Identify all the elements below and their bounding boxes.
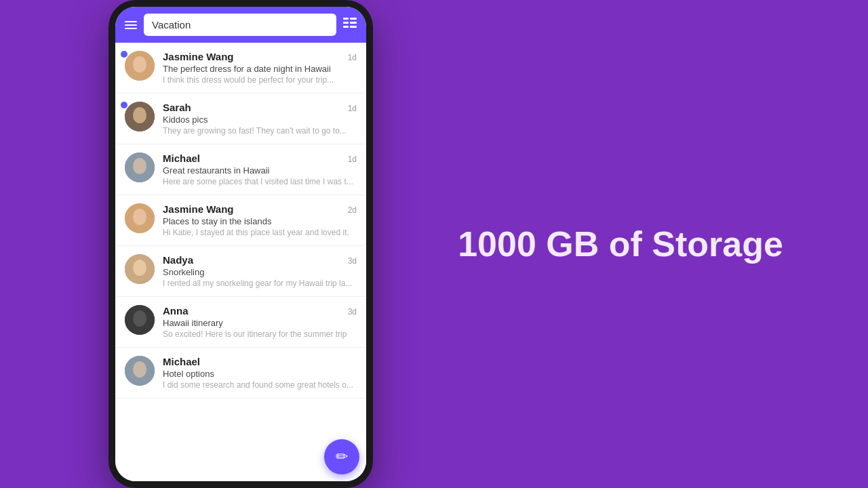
- svg-point-17: [133, 310, 146, 327]
- email-time: 3d: [348, 307, 357, 317]
- email-header-row: Jasmine Wang1d: [163, 51, 357, 62]
- phone-frame: Jasmine Wang1dThe perfect dress for a da…: [108, 0, 373, 488]
- sender-name: Anna: [163, 305, 189, 317]
- email-list-item[interactable]: Sarah1dKiddos picsThey are growing so fa…: [115, 94, 366, 144]
- storage-headline: 1000 GB of Storage: [458, 223, 783, 265]
- email-preview: So excited! Here is our itinerary for th…: [163, 329, 357, 339]
- unread-dot: [121, 51, 127, 58]
- email-content: Anna3dHawaii itinerarySo excited! Here i…: [163, 305, 357, 339]
- avatar-wrapper: [125, 305, 155, 335]
- email-subject: The perfect dress for a date night in Ha…: [163, 64, 357, 74]
- email-time: 2d: [348, 205, 357, 215]
- avatar: [125, 203, 155, 233]
- list-view-icon[interactable]: [343, 16, 357, 33]
- search-input-wrapper[interactable]: [144, 14, 336, 36]
- email-time: 1d: [348, 155, 357, 164]
- email-time: 3d: [348, 256, 357, 266]
- sender-name: Jasmine Wang: [163, 51, 233, 62]
- email-list: Jasmine Wang1dThe perfect dress for a da…: [115, 43, 366, 481]
- email-subject: Snorkeling: [163, 267, 357, 277]
- email-header-row: Anna3d: [163, 305, 357, 317]
- svg-point-13: [133, 209, 146, 225]
- email-time: 1d: [348, 53, 357, 62]
- email-content: Jasmine Wang1dThe perfect dress for a da…: [163, 51, 357, 85]
- svg-rect-0: [343, 18, 349, 20]
- avatar-wrapper: [125, 152, 155, 182]
- unread-dot: [121, 102, 127, 108]
- email-subject: Hawaii itinerary: [163, 318, 357, 328]
- svg-rect-3: [350, 22, 357, 24]
- email-preview: I did some research and found some great…: [163, 380, 357, 390]
- email-subject: Places to stay in the islands: [163, 216, 357, 226]
- svg-point-7: [133, 56, 146, 73]
- email-list-item[interactable]: Nadya3dSnorkelingI rented all my snorkel…: [115, 246, 366, 297]
- svg-point-9: [133, 107, 146, 123]
- compose-fab-button[interactable]: ✏: [324, 439, 359, 474]
- search-bar: [115, 7, 366, 43]
- sender-name: Michael: [163, 356, 200, 367]
- email-list-item[interactable]: MichaelHotel optionsI did some research …: [115, 348, 366, 399]
- sender-name: Jasmine Wang: [163, 203, 233, 215]
- avatar-wrapper: [125, 102, 155, 131]
- svg-rect-2: [343, 22, 349, 24]
- email-preview: They are growing so fast! They can't wai…: [163, 126, 357, 136]
- avatar: [125, 152, 155, 182]
- avatar-wrapper: [125, 51, 155, 81]
- email-content: Michael1dGreat restaurants in HawaiiHere…: [163, 152, 357, 186]
- phone-screen: Jasmine Wang1dThe perfect dress for a da…: [115, 7, 366, 481]
- sender-name: Sarah: [163, 102, 191, 113]
- sender-name: Nadya: [163, 254, 193, 266]
- avatar: [125, 102, 155, 131]
- email-content: Sarah1dKiddos picsThey are growing so fa…: [163, 102, 357, 136]
- email-header-row: Nadya3d: [163, 254, 357, 266]
- email-content: Nadya3dSnorkelingI rented all my snorkel…: [163, 254, 357, 288]
- menu-icon[interactable]: [125, 21, 137, 29]
- svg-rect-1: [350, 18, 357, 20]
- avatar: [125, 305, 155, 335]
- svg-point-19: [133, 361, 146, 378]
- svg-rect-5: [350, 26, 357, 28]
- avatar: [125, 356, 155, 386]
- email-preview: I rented all my snorkeling gear for my H…: [163, 279, 357, 288]
- email-subject: Hotel options: [163, 369, 357, 379]
- avatar: [125, 254, 155, 284]
- svg-point-15: [133, 260, 146, 276]
- svg-rect-4: [343, 26, 349, 28]
- avatar-wrapper: [125, 254, 155, 284]
- email-preview: Here are some places that I visited last…: [163, 177, 357, 186]
- email-list-item[interactable]: Anna3dHawaii itinerarySo excited! Here i…: [115, 297, 366, 348]
- email-subject: Kiddos pics: [163, 115, 357, 125]
- email-header-row: Michael1d: [163, 152, 357, 164]
- email-header-row: Jasmine Wang2d: [163, 203, 357, 215]
- email-header-row: Sarah1d: [163, 102, 357, 113]
- email-list-item[interactable]: Jasmine Wang2dPlaces to stay in the isla…: [115, 195, 366, 246]
- email-preview: Hi Katie, I stayed at this place last ye…: [163, 228, 357, 237]
- right-panel: 1000 GB of Storage: [373, 196, 868, 292]
- email-list-item[interactable]: Michael1dGreat restaurants in HawaiiHere…: [115, 144, 366, 195]
- email-content: MichaelHotel optionsI did some research …: [163, 356, 357, 390]
- svg-point-11: [133, 158, 146, 174]
- avatar: [125, 51, 155, 81]
- email-list-item[interactable]: Jasmine Wang1dThe perfect dress for a da…: [115, 43, 366, 94]
- avatar-wrapper: [125, 356, 155, 386]
- sender-name: Michael: [163, 152, 200, 164]
- email-header-row: Michael: [163, 356, 357, 367]
- avatar-wrapper: [125, 203, 155, 233]
- email-time: 1d: [348, 104, 357, 113]
- search-input[interactable]: [152, 19, 328, 30]
- email-content: Jasmine Wang2dPlaces to stay in the isla…: [163, 203, 357, 237]
- email-subject: Great restaurants in Hawaii: [163, 165, 357, 176]
- email-preview: I think this dress would be perfect for …: [163, 75, 357, 85]
